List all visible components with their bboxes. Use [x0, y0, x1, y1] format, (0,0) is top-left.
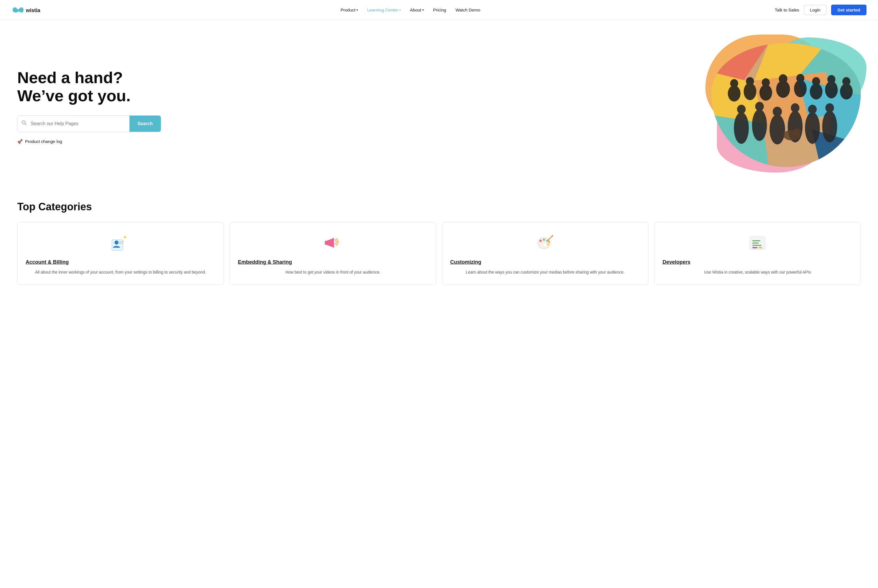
category-desc-account-billing: All about the inner workings of your acc…	[25, 269, 216, 276]
svg-point-26	[827, 75, 835, 84]
section-title: Top Categories	[17, 201, 861, 213]
search-button[interactable]: Search	[129, 116, 161, 132]
hero-content: Need a hand? We’ve got you. Search 🚀 Pro…	[17, 69, 167, 144]
svg-point-36	[791, 103, 800, 112]
nav-learning-center[interactable]: Learning Center ▾	[367, 8, 401, 12]
svg-rect-49	[325, 241, 327, 245]
category-name-embedding-sharing: Embedding & Sharing	[238, 259, 428, 265]
category-name-developers: Developers	[662, 259, 853, 265]
team-photo	[711, 43, 861, 167]
svg-point-28	[842, 77, 850, 86]
category-name-customizing: Customizing	[450, 259, 640, 265]
svg-point-23	[810, 83, 823, 99]
svg-point-30	[737, 105, 746, 114]
category-card-embedding-sharing[interactable]: Embedding & Sharing How best to get your…	[229, 222, 436, 285]
talk-to-sales-button[interactable]: Talk to Sales	[775, 8, 799, 12]
svg-rect-64	[752, 247, 757, 248]
svg-point-18	[762, 78, 770, 87]
category-card-developers[interactable]: Developers Use Wistia in creative, scala…	[654, 222, 861, 285]
category-card-customizing[interactable]: Customizing Learn about the ways you can…	[442, 222, 649, 285]
svg-point-52	[539, 240, 542, 242]
svg-rect-63	[752, 245, 761, 246]
login-button[interactable]: Login	[804, 5, 827, 15]
embedding-sharing-icon	[238, 233, 428, 254]
chevron-down-icon: ▾	[422, 8, 424, 12]
get-started-button[interactable]: Get started	[831, 4, 866, 15]
svg-rect-61	[752, 240, 760, 242]
svg-point-32	[755, 102, 764, 111]
svg-point-29	[734, 112, 749, 144]
hero-image	[694, 38, 866, 176]
search-icon	[18, 120, 31, 127]
svg-point-31	[752, 110, 767, 141]
customizing-icon	[450, 233, 640, 254]
svg-rect-65	[759, 247, 762, 248]
svg-point-38	[808, 105, 817, 114]
svg-rect-47	[119, 243, 123, 244]
chevron-down-icon: ▾	[357, 8, 358, 12]
svg-text:✦: ✦	[123, 234, 127, 240]
svg-point-40	[826, 103, 834, 112]
svg-rect-46	[119, 242, 124, 242]
svg-point-20	[779, 74, 787, 83]
svg-point-42	[793, 128, 801, 135]
svg-point-27	[840, 83, 853, 99]
svg-point-24	[812, 77, 820, 86]
category-desc-developers: Use Wistia in creative, scalable ways wi…	[662, 269, 853, 276]
svg-point-39	[822, 111, 837, 142]
svg-line-2	[25, 124, 27, 125]
svg-point-13	[728, 86, 740, 102]
category-name-account-billing: Account & Billing	[25, 259, 216, 265]
svg-point-33	[770, 114, 785, 144]
svg-point-34	[773, 107, 782, 117]
svg-point-16	[746, 77, 754, 86]
developers-icon	[662, 233, 853, 254]
nav-pricing[interactable]: Pricing	[433, 8, 446, 12]
logo[interactable]: wistia	[12, 5, 46, 15]
categories-grid: ✦ Account & Billing All about the inner …	[17, 222, 861, 285]
svg-point-55	[547, 243, 549, 245]
svg-text:wistia: wistia	[25, 8, 40, 13]
nav-actions: Talk to Sales Login Get started	[775, 4, 866, 15]
account-billing-icon: ✦	[25, 233, 216, 254]
svg-line-57	[548, 236, 552, 240]
svg-point-53	[543, 238, 545, 241]
nav-watch-demo[interactable]: Watch Demo	[455, 8, 480, 12]
svg-point-14	[730, 79, 738, 88]
rocket-icon: 🚀	[17, 139, 23, 144]
svg-point-37	[805, 112, 820, 144]
nav-items: Product ▾ Learning Center ▾ About ▾ Pric…	[341, 8, 480, 12]
hero-title: Need a hand? We’ve got you.	[17, 69, 167, 105]
svg-point-17	[760, 85, 772, 100]
search-box: Search	[17, 116, 161, 132]
search-input[interactable]	[31, 117, 129, 131]
nav-product[interactable]: Product ▾	[341, 8, 358, 12]
navbar: wistia Product ▾ Learning Center ▾ About…	[0, 0, 878, 20]
svg-point-45	[114, 240, 118, 244]
category-desc-customizing: Learn about the ways you can customize y…	[450, 269, 640, 276]
hero-section: Need a hand? We’ve got you. Search 🚀 Pro…	[0, 20, 878, 187]
chevron-down-icon: ▾	[399, 8, 401, 12]
svg-point-56	[544, 243, 547, 246]
svg-point-22	[796, 74, 805, 82]
product-changelog-link[interactable]: 🚀 Product change log	[17, 139, 167, 144]
top-categories-section: Top Categories ✦ Account & B	[0, 187, 878, 302]
svg-rect-62	[752, 243, 759, 244]
nav-about[interactable]: About ▾	[410, 8, 424, 12]
category-desc-embedding-sharing: How best to get your videos in front of …	[238, 269, 428, 276]
category-card-account-billing[interactable]: ✦ Account & Billing All about the inner …	[17, 222, 224, 285]
